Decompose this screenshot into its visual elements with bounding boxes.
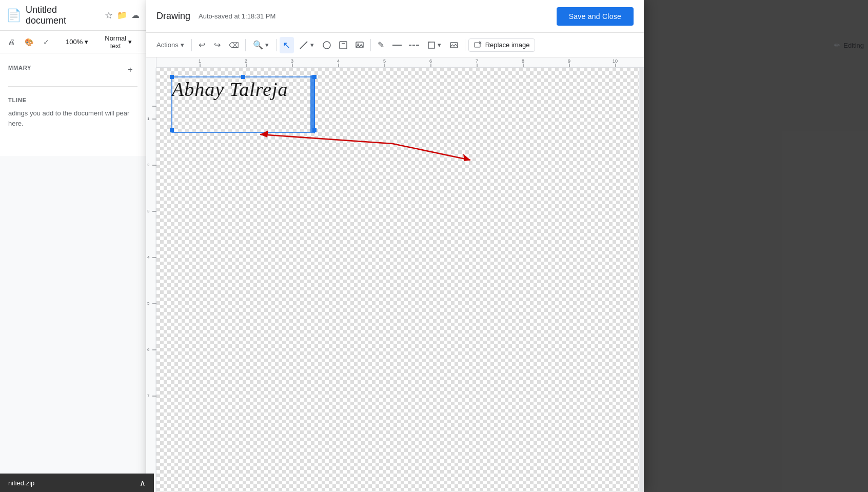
canvas-scroll[interactable]: Abhay Talreja xyxy=(156,68,644,492)
shape-tool-button[interactable] xyxy=(319,37,334,53)
sidebar-divider xyxy=(8,86,137,87)
zoom-icon: 🔍 xyxy=(253,40,263,50)
bottom-close-button[interactable]: ∧ xyxy=(140,478,146,488)
image-tool-button[interactable] xyxy=(352,37,367,53)
folder-icon[interactable]: 📁 xyxy=(117,10,127,20)
undo-button[interactable]: ↩ xyxy=(195,37,209,53)
drawing-modal: Drawing Auto-saved at 1:18:31 PM Save an… xyxy=(146,0,644,492)
scrollbar-v[interactable] xyxy=(640,68,644,492)
drawing-modal-backdrop: Drawing Auto-saved at 1:18:31 PM Save an… xyxy=(146,0,868,492)
svg-line-0 xyxy=(300,42,307,49)
photo-icon xyxy=(449,41,459,50)
zoom-button[interactable]: 🔍 ▾ xyxy=(249,37,273,53)
svg-rect-2 xyxy=(340,42,347,49)
zoom-dropdown[interactable]: 100% ▾ xyxy=(62,36,92,48)
selection-box-right-line xyxy=(310,75,314,132)
star-icon[interactable]: ☆ xyxy=(105,10,113,21)
paint-format-icon[interactable]: 🎨 xyxy=(22,34,36,50)
delete-icon: ⌫ xyxy=(229,41,239,49)
add-summary-button[interactable]: + xyxy=(123,62,137,78)
cloud-icon[interactable]: ☁ xyxy=(131,10,140,20)
zoom-chevron-icon: ▾ xyxy=(85,38,88,46)
docs-topbar: 📄 Untitled document ☆ 📁 ☁ xyxy=(0,0,146,31)
drawing-autosave: Auto-saved at 1:18:31 PM xyxy=(199,12,275,20)
toolbar-div-5 xyxy=(465,39,465,51)
textbox-icon xyxy=(339,41,348,50)
ruler-v-svg: 1 2 3 4 5 6 7 xyxy=(146,68,156,492)
editing-badge: ✏ Editing xyxy=(834,41,864,49)
toolbar-div-1 xyxy=(191,39,192,51)
svg-text:2: 2 xyxy=(245,58,247,64)
toolbar-div-2 xyxy=(245,39,246,51)
toolbar-div-4 xyxy=(370,39,371,51)
drawing-toolbar: Actions ▾ ↩ ↪ ⌫ 🔍 xyxy=(146,33,644,57)
style-value: Normal text xyxy=(105,34,126,50)
line-icon xyxy=(299,41,308,50)
svg-text:5: 5 xyxy=(147,301,150,306)
line-weight-button[interactable] xyxy=(389,37,405,53)
svg-text:8: 8 xyxy=(522,58,524,64)
pen-tool-button[interactable]: ✎ xyxy=(374,37,388,53)
select-icon: ↖ xyxy=(283,40,290,51)
delete-button[interactable]: ⌫ xyxy=(226,37,242,53)
docs-left-panel: 📄 Untitled document ☆ 📁 ☁ 🖨 🎨 ✓ 100% ▾ N… xyxy=(0,0,146,492)
photo-button[interactable] xyxy=(446,37,462,53)
replace-image-button[interactable]: Replace image xyxy=(468,38,536,52)
redo-icon: ↪ xyxy=(214,40,221,50)
crop-button[interactable]: ▾ xyxy=(423,37,445,53)
svg-text:6: 6 xyxy=(147,347,150,352)
summary-title: MMARY xyxy=(8,65,31,71)
svg-text:9: 9 xyxy=(568,58,570,64)
drawing-title: Drawing xyxy=(156,11,190,22)
svg-rect-52 xyxy=(170,75,174,79)
svg-line-60 xyxy=(392,144,470,160)
pen-icon: ✎ xyxy=(378,40,384,50)
svg-text:7: 7 xyxy=(147,393,150,398)
crop-icon xyxy=(427,41,436,49)
drawing-title-area: Drawing Auto-saved at 1:18:31 PM xyxy=(156,11,275,22)
canvas-with-ruler: 1 2 3 4 5 6 7 xyxy=(146,68,644,492)
style-dropdown[interactable]: Normal text ▾ xyxy=(101,32,136,52)
actions-button[interactable]: Actions ▾ xyxy=(152,37,188,53)
svg-rect-51 xyxy=(172,77,314,132)
svg-text:3: 3 xyxy=(147,209,150,213)
dash-icon xyxy=(409,43,419,47)
line-tool-button[interactable]: ▾ xyxy=(295,37,318,53)
crop-dd-icon: ▾ xyxy=(438,41,441,49)
replace-image-icon xyxy=(474,41,482,49)
svg-rect-55 xyxy=(170,128,174,132)
svg-text:2: 2 xyxy=(147,163,150,167)
print-icon[interactable]: 🖨 xyxy=(4,34,18,50)
zoom-dd-icon: ▾ xyxy=(265,41,269,49)
outline-text: adings you add to the document will pear… xyxy=(8,109,129,127)
ruler-horizontal: 1 2 3 4 5 6 7 xyxy=(156,57,644,67)
docs-title: Untitled document xyxy=(26,5,96,26)
replace-image-label: Replace image xyxy=(485,41,530,49)
bottom-filename: nified.zip xyxy=(8,479,34,487)
svg-line-58 xyxy=(260,134,392,144)
pencil-edit-icon: ✏ xyxy=(834,41,840,49)
sidebar-content: MMARY + TLINE adings you add to the docu… xyxy=(0,53,146,156)
redo-button[interactable]: ↪ xyxy=(210,37,225,53)
svg-point-1 xyxy=(323,42,330,49)
selection-svg xyxy=(156,68,639,222)
style-chevron-icon: ▾ xyxy=(128,38,132,46)
spelling-icon[interactable]: ✓ xyxy=(39,34,53,50)
textbox-tool-button[interactable] xyxy=(336,37,351,53)
save-close-button[interactable]: Save and Close xyxy=(557,7,634,26)
signature-text: Abhay Talreja xyxy=(172,78,288,101)
svg-rect-53 xyxy=(241,75,245,79)
svg-text:1: 1 xyxy=(147,116,150,121)
svg-text:10: 10 xyxy=(613,58,618,64)
docs-second-toolbar: 🖨 🎨 ✓ 100% ▾ Normal text ▾ Format xyxy=(0,31,146,53)
docs-logo-icon: 📄 xyxy=(6,8,22,23)
dash-style-button[interactable] xyxy=(406,37,422,53)
svg-marker-59 xyxy=(260,130,268,137)
drawing-canvas-page[interactable]: Abhay Talreja xyxy=(156,68,639,492)
svg-text:1: 1 xyxy=(199,58,201,64)
line-dd-icon: ▾ xyxy=(310,41,314,49)
svg-text:3: 3 xyxy=(291,58,293,64)
bottom-bar: nified.zip ∧ xyxy=(0,474,154,492)
svg-text:4: 4 xyxy=(337,58,340,64)
select-tool-button[interactable]: ↖ xyxy=(280,37,294,53)
